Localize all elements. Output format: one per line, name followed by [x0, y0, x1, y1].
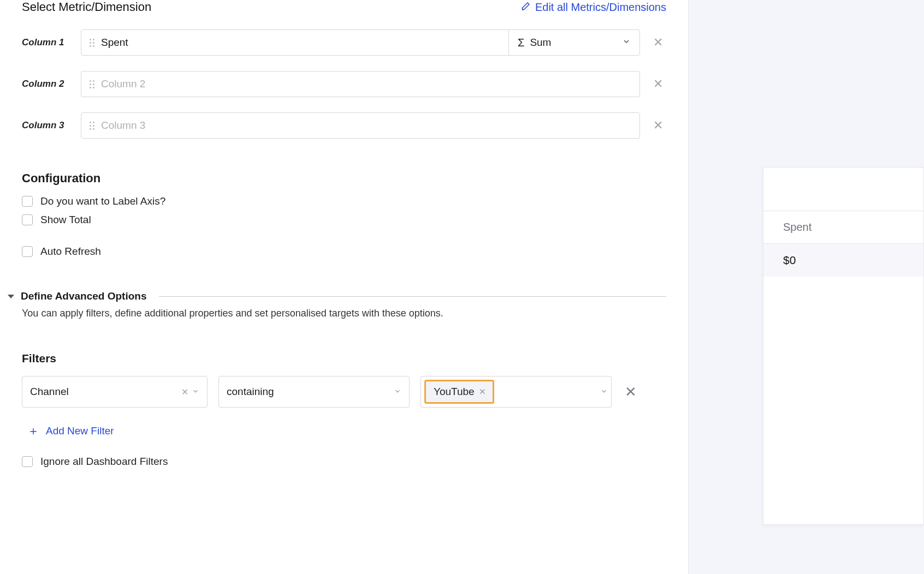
drag-handle-icon[interactable]: [81, 39, 97, 47]
sigma-icon: Σ: [518, 37, 524, 49]
clear-filter-field-icon[interactable]: ✕: [181, 387, 188, 397]
filter-operator-select[interactable]: containing: [218, 376, 410, 408]
column-label: Column 2: [22, 79, 71, 89]
filter-field-select[interactable]: Channel ✕: [22, 376, 208, 408]
show-total-text: Show Total: [40, 214, 91, 226]
chevron-down-icon: [622, 37, 631, 49]
close-icon: ✕: [653, 118, 663, 133]
remove-column-button[interactable]: ✕: [650, 77, 666, 91]
divider: [159, 296, 667, 297]
auto-refresh-checkbox[interactable]: [22, 246, 33, 257]
remove-tag-icon[interactable]: ✕: [479, 387, 486, 397]
add-new-filter-button[interactable]: ＋ Add New Filter: [22, 423, 666, 439]
column-label: Column 3: [22, 120, 71, 131]
column-input[interactable]: Column 2: [81, 71, 640, 97]
plus-icon: ＋: [27, 423, 39, 439]
column-row: Column 1 Spent Σ Sum ✕: [22, 29, 666, 56]
show-total-checkbox[interactable]: [22, 214, 33, 225]
column-input[interactable]: Spent Σ Sum: [81, 29, 640, 56]
column-placeholder: Column 3: [97, 119, 639, 131]
auto-refresh-text: Auto Refresh: [40, 246, 101, 258]
close-icon: ✕: [625, 384, 637, 400]
preview-card-header: [763, 168, 923, 211]
column-placeholder: Column 2: [97, 78, 639, 90]
preview-sidebar: Spent $0: [688, 0, 924, 574]
preview-card: Spent $0: [763, 167, 924, 525]
advanced-options-description: You can apply filters, define additional…: [22, 308, 666, 319]
aggregation-label: Sum: [530, 37, 551, 49]
chevron-down-icon: [394, 386, 401, 398]
filter-operator-value: containing: [227, 386, 274, 398]
drag-handle-icon[interactable]: [81, 80, 97, 88]
label-axis-text: Do you want to Label Axis?: [40, 195, 165, 207]
column-row: Column 3 Column 3 ✕: [22, 112, 666, 139]
ignore-dashboard-filters-checkbox[interactable]: [22, 456, 33, 467]
configuration-title: Configuration: [22, 171, 666, 186]
column-value: Spent: [97, 37, 508, 49]
filter-value-tag[interactable]: YouTube ✕: [424, 380, 494, 404]
label-axis-checkbox[interactable]: [22, 196, 33, 207]
edit-all-metrics-link[interactable]: Edit all Metrics/Dimensions: [521, 1, 666, 14]
drag-handle-icon[interactable]: [81, 122, 97, 130]
remove-column-button[interactable]: ✕: [650, 118, 666, 133]
remove-column-button[interactable]: ✕: [650, 35, 666, 50]
page-section-title: Select Metric/Dimension: [22, 0, 151, 14]
column-row: Column 2 Column 2 ✕: [22, 71, 666, 97]
aggregation-select[interactable]: Σ Sum: [508, 30, 639, 55]
column-label: Column 1: [22, 37, 71, 48]
remove-filter-button[interactable]: ✕: [623, 384, 639, 400]
filter-field-value: Channel: [30, 386, 69, 398]
edit-link-label: Edit all Metrics/Dimensions: [535, 1, 666, 14]
ignore-dashboard-filters-label: Ignore all Dashboard Filters: [40, 456, 168, 468]
close-icon: ✕: [653, 77, 663, 91]
chevron-down-icon: [192, 386, 199, 398]
advanced-options-title: Define Advanced Options: [21, 290, 147, 302]
disclosure-triangle-icon[interactable]: [8, 295, 14, 298]
filters-title: Filters: [22, 352, 666, 365]
add-filter-label: Add New Filter: [46, 425, 114, 437]
preview-row-value: $0: [763, 244, 923, 277]
close-icon: ✕: [653, 35, 663, 50]
edit-icon: [521, 1, 531, 14]
column-input[interactable]: Column 3: [81, 112, 640, 139]
filter-value-select[interactable]: YouTube ✕: [420, 376, 612, 408]
filter-value-tag-label: YouTube: [434, 386, 475, 398]
chevron-down-icon: [600, 386, 608, 398]
filter-row: Channel ✕ containing YouTube ✕: [22, 376, 666, 408]
preview-column-header: Spent: [763, 211, 923, 244]
